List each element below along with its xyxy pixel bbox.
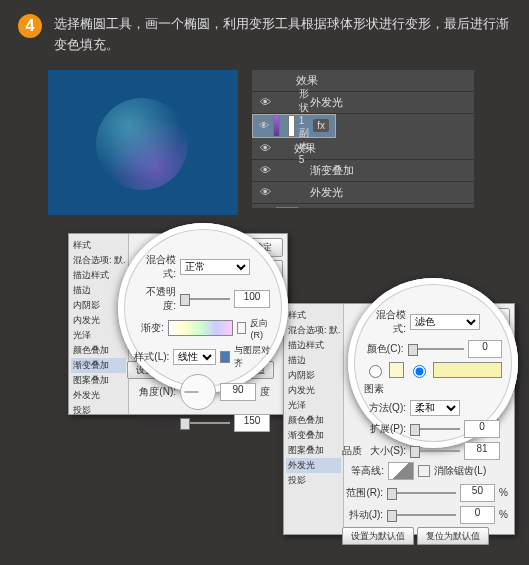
sidebar-item[interactable]: 图案叠加 <box>286 443 341 458</box>
sidebar-item[interactable]: 描边 <box>286 353 341 368</box>
scale-label: 缩放(S): <box>134 416 176 430</box>
size-input[interactable]: 81 <box>464 442 500 460</box>
sidebar-item[interactable]: 颜色叠加 <box>286 413 341 428</box>
result-preview <box>48 70 238 215</box>
blend-mode-select[interactable]: 正常 <box>180 259 250 275</box>
opacity-input[interactable]: 100 <box>234 290 270 308</box>
color-radio[interactable] <box>369 365 382 378</box>
mask-thumb <box>288 115 295 137</box>
blend-mode-select[interactable]: 滤色 <box>410 314 480 330</box>
pct: % <box>499 487 508 498</box>
sidebar-header: 样式 <box>286 308 341 323</box>
opacity-input[interactable]: 0 <box>468 340 502 358</box>
blend-mode-label: 混合模式: <box>364 308 406 336</box>
method-select[interactable]: 柔和 <box>410 400 460 416</box>
layer-effect-label: 效果 <box>294 141 316 156</box>
range-input[interactable]: 50 <box>460 484 495 502</box>
layer-thumb <box>273 115 280 137</box>
angle-label: 角度(N): <box>134 385 176 399</box>
angle-dial[interactable] <box>180 374 216 410</box>
size-label: 大小(S): <box>364 444 406 458</box>
step-badge: 4 <box>18 14 42 38</box>
method-label: 方法(Q): <box>364 401 406 415</box>
spread-label: 扩展(P): <box>364 422 406 436</box>
sidebar-item[interactable]: 混合选项: 默... <box>286 323 341 338</box>
sidebar-item[interactable]: 光泽 <box>286 398 341 413</box>
reset-default-button[interactable]: 复位为默认值 <box>417 527 489 545</box>
sidebar-item[interactable]: 渐变叠加 <box>286 428 341 443</box>
step-instruction: 选择椭圆工具，画一个椭圆，利用变形工具根据球体形状进行变形，最后进行渐变色填充。 <box>54 14 511 56</box>
zoom-lens-outer-glow: 混合模式:滤色 颜色(C):0 图素 方法(Q):柔和 扩展(P):0 大小(S… <box>348 278 518 448</box>
style-select[interactable]: 线性 <box>173 349 215 365</box>
layers-panel: 效果 👁外发光 👁 形状 1 副本 5 fx 👁效果 👁渐变叠加 👁外发光 👁 <box>252 70 474 208</box>
visibility-icon[interactable]: 👁 <box>258 142 272 154</box>
reverse-label: 反向(R) <box>250 317 272 340</box>
style-label: 样式(L): <box>134 350 169 364</box>
gradient-radio[interactable] <box>413 365 426 378</box>
color-swatch[interactable] <box>389 362 404 378</box>
layer-effect-label: 效果 <box>296 73 318 88</box>
blend-mode-label: 混合模式: <box>134 253 176 281</box>
angle-unit: 度 <box>260 385 270 399</box>
angle-input[interactable]: 90 <box>220 383 256 401</box>
fx-badge[interactable]: fx <box>313 119 329 132</box>
visibility-icon[interactable]: 👁 <box>258 96 272 108</box>
gradient-label: 渐变: <box>134 321 164 335</box>
sidebar-item-selected[interactable]: 外发光 <box>286 458 341 473</box>
layer-outer-glow: 外发光 <box>310 185 343 200</box>
sidebar-item[interactable]: 投影 <box>286 473 341 488</box>
visibility-icon[interactable]: 👁 <box>258 164 272 176</box>
layer-thumb <box>276 207 298 208</box>
jitter-label: 抖动(J): <box>342 508 383 522</box>
align-check[interactable] <box>220 351 230 363</box>
visibility-icon[interactable]: 👁 <box>259 120 269 131</box>
pct: % <box>499 509 508 520</box>
jitter-input[interactable]: 0 <box>460 506 495 524</box>
layer-grad-overlay: 渐变叠加 <box>310 163 354 178</box>
sidebar-item[interactable]: 描边样式 <box>286 338 341 353</box>
sidebar-item[interactable]: 内阴影 <box>286 368 341 383</box>
section-label: 图素 <box>364 382 502 396</box>
spread-input[interactable]: 0 <box>464 420 500 438</box>
layer-row-selected[interactable]: 👁 形状 1 副本 5 fx <box>252 114 336 138</box>
visibility-icon[interactable]: 👁 <box>258 186 272 198</box>
zoom-lens-gradient-overlay: 混合模式:正常 不透明度:100 渐变:反向(R) 样式(L):线性与图层对齐 … <box>118 223 288 393</box>
reverse-check[interactable] <box>237 322 246 334</box>
gradient-picker[interactable] <box>433 362 502 378</box>
layer-outer-glow: 外发光 <box>310 95 343 110</box>
sidebar-item[interactable]: 内发光 <box>286 383 341 398</box>
scale-input[interactable]: 150 <box>234 414 270 432</box>
range-label: 范围(R): <box>342 486 383 500</box>
style-sidebar: 样式 混合选项: 默... 描边样式 描边 内阴影 内发光 光泽 颜色叠加 渐变… <box>284 304 344 534</box>
set-default-button[interactable]: 设置为默认值 <box>342 527 414 545</box>
opacity-label: 不透明度: <box>134 285 176 313</box>
bubble-shape <box>96 98 188 190</box>
color-label: 颜色(C): <box>364 342 404 356</box>
align-label: 与图层对齐 <box>234 344 272 370</box>
gradient-picker[interactable] <box>168 320 234 336</box>
